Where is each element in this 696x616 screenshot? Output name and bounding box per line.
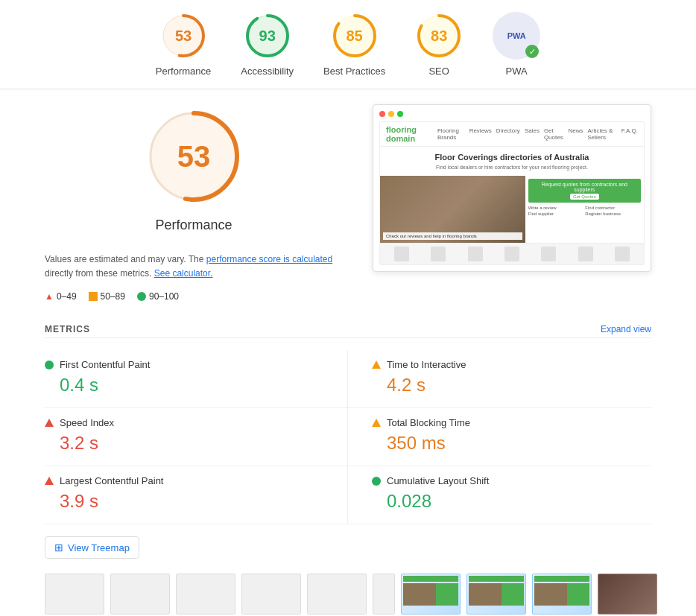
site-link-1: Write a review <box>528 206 584 210</box>
metric-cls-header: Cumulative Layout Shift <box>372 475 639 486</box>
thumb-7-img-left <box>403 583 436 606</box>
metric-tti-value: 4.2 s <box>372 375 639 396</box>
thumb-9-img-left <box>534 583 567 606</box>
site-logo: flooring domain <box>386 125 437 143</box>
thumb-9 <box>532 574 592 615</box>
score-item-seo[interactable]: 83 SEO <box>415 12 463 77</box>
cta-text: Request quotes from contractors and supp… <box>533 182 636 192</box>
score-circle-best-practices: 85 <box>331 12 379 60</box>
site-nav: Flooring Brands Reviews Directory Sales … <box>437 127 638 141</box>
footer-icon-6 <box>578 247 593 261</box>
thumb-7-bar <box>403 576 458 582</box>
pwa-check-icon: ✓ <box>525 45 539 58</box>
legend-orange: 50–89 <box>89 291 125 302</box>
metric-cls-value: 0.028 <box>372 491 639 512</box>
score-circle-accessibility: 93 <box>244 12 291 60</box>
metric-cls-name: Cumulative Layout Shift <box>387 475 489 486</box>
legend-orange-icon <box>89 292 98 301</box>
thumb-2 <box>110 574 170 615</box>
score-item-performance[interactable]: 53 Performance <box>156 12 211 77</box>
legend-red-icon: ▲ <box>45 291 54 302</box>
thumb-5 <box>307 574 367 615</box>
legend-orange-label: 50–89 <box>101 291 125 302</box>
nav-item-6: News <box>568 127 583 141</box>
footer-icon-2 <box>431 247 446 261</box>
footer-icon-5 <box>541 247 556 261</box>
metric-lcp-indicator <box>45 477 54 485</box>
perf-score-link[interactable]: performance score is calculated <box>206 254 332 264</box>
expand-view-button[interactable]: Expand view <box>601 324 651 334</box>
metric-tti: Time to Interactive 4.2 s <box>348 350 651 408</box>
nav-item-8: F.A.Q. <box>621 127 638 141</box>
calculator-link[interactable]: See calculator. <box>154 268 213 279</box>
metric-tti-header: Time to Interactive <box>372 359 639 370</box>
thumb-3 <box>176 574 235 615</box>
cta-button[interactable]: Get Quotes <box>570 194 599 200</box>
nav-item-7: Articles & Sellers <box>587 127 616 141</box>
thumb-7-content <box>402 574 460 607</box>
footer-icon-4 <box>504 247 519 261</box>
footer-icon-7 <box>615 247 630 261</box>
perf-desc: Values are estimated and may vary. The p… <box>45 253 343 281</box>
legend-red: ▲ 0–49 <box>45 291 77 302</box>
metric-fcp-value: 0.4 s <box>45 375 323 396</box>
legend-green-label: 90–100 <box>149 291 179 302</box>
site-img-overlay: Check our reviews and help in flooring b… <box>383 232 522 240</box>
site-hero-sub: Find local dealers or hire contractors f… <box>386 165 638 170</box>
metrics-header: METRICS Expand view <box>45 324 651 338</box>
site-cta: Request quotes from contractors and supp… <box>528 179 641 203</box>
thumb-9-img-right <box>567 583 589 606</box>
thumb-9-bar <box>534 576 589 582</box>
score-item-best-practices[interactable]: 85 Best Practices <box>323 12 385 77</box>
score-item-accessibility[interactable]: 93 Accessibility <box>241 12 294 77</box>
score-value-accessibility: 93 <box>259 28 276 45</box>
footer-icon-3 <box>468 247 483 261</box>
score-circle-performance: 53 <box>159 12 207 60</box>
website-screenshot: flooring domain Flooring Brands Reviews … <box>373 104 651 272</box>
metric-lcp-header: Largest Contentful Paint <box>45 475 323 486</box>
thumb-6 <box>373 574 395 615</box>
score-label-best-practices: Best Practices <box>323 66 385 77</box>
browser-bar <box>379 111 645 117</box>
nav-item-3: Directory <box>496 127 520 141</box>
thumb-9-img <box>534 583 589 606</box>
site-hero-title: Floor Coverings directories of Australia <box>386 153 638 162</box>
thumb-8-img <box>469 583 524 606</box>
thumb-8-bar <box>469 576 524 582</box>
thumb-9-content <box>533 574 591 607</box>
metrics-section: METRICS Expand view First Contentful Pai… <box>0 324 696 524</box>
metric-lcp: Largest Contentful Paint 3.9 s <box>45 466 348 524</box>
score-item-pwa[interactable]: PWA ✓ PWA <box>493 12 540 77</box>
thumb-7 <box>401 574 461 615</box>
perf-title: Performance <box>155 217 232 233</box>
site-body: Check our reviews and help in flooring b… <box>380 176 644 243</box>
pwa-circle: PWA ✓ <box>493 12 540 60</box>
score-value-performance: 53 <box>175 28 192 45</box>
thumb-7-img-right <box>436 583 458 606</box>
legend: ▲ 0–49 50–89 90–100 <box>45 291 343 302</box>
footer-icon-1 <box>394 247 409 261</box>
thumb-8 <box>466 574 526 615</box>
metric-fcp-indicator <box>45 361 54 369</box>
metric-tbt-value: 350 ms <box>372 433 639 454</box>
thumbnails-section <box>0 574 696 615</box>
metric-tbt: Total Blocking Time 350 ms <box>348 408 651 466</box>
browser-dot-yellow <box>388 111 394 117</box>
treemap-button[interactable]: ⊞ View Treemap <box>45 536 139 559</box>
site-link-2: Find contractor <box>585 206 641 210</box>
legend-red-label: 0–49 <box>57 291 77 302</box>
website-content: flooring domain Flooring Brands Reviews … <box>379 121 645 265</box>
site-footer-icons <box>380 243 644 264</box>
thumb-10 <box>598 574 657 615</box>
site-sidebar: Request quotes from contractors and supp… <box>525 176 644 243</box>
score-label-pwa: PWA <box>506 66 528 77</box>
site-link-3: Find supplier <box>528 212 584 216</box>
thumb-8-content <box>467 574 525 607</box>
desc-text-1: Values are estimated and may vary. The <box>45 254 206 264</box>
score-value-best-practices: 85 <box>346 28 362 45</box>
nav-item-4: Sales <box>525 127 540 141</box>
thumb-8-img-left <box>469 583 502 606</box>
site-header: flooring domain Flooring Brands Reviews … <box>380 122 644 147</box>
big-score-circle: 53 <box>142 104 246 209</box>
metric-cls: Cumulative Layout Shift 0.028 <box>348 466 651 524</box>
